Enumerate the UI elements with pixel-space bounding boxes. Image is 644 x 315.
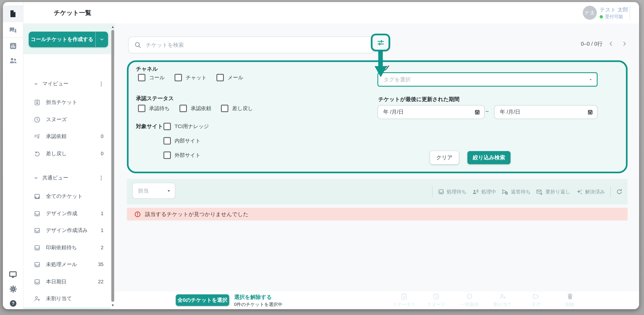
checkbox-label: チャット [186,74,207,81]
nav-settings-button[interactable] [3,281,23,297]
page-prev-icon[interactable] [608,40,614,47]
header-divider [630,5,630,20]
create-call-ticket-button[interactable]: コールチケットを作成する [29,32,108,47]
reply-loop-icon [466,293,473,300]
checkbox-chat[interactable] [174,74,182,81]
sidebar-item-design-done[interactable]: デザイン作成済み 1 [23,222,111,238]
checkbox-sent-back[interactable] [221,105,228,112]
tag-select-highlighted[interactable]: タグを選択 [378,72,598,87]
kebab-menu-icon[interactable] [98,175,104,181]
sidebar-item-snooze-shared[interactable]: スヌーズ [23,308,111,309]
status-filter-row: 処理待ち 処理中 返答待ち 要折り返し 解決済み [432,179,623,204]
checkbox-mail[interactable] [216,74,224,81]
sidebar-item-design-create[interactable]: デザイン作成 1 [23,205,111,222]
nav-tickets-button[interactable] [3,5,23,22]
caret-down-icon [588,78,593,82]
status-waiting-button[interactable]: 処理待ち [438,188,466,195]
chevron-down-icon [99,37,104,42]
person-plus-icon [499,293,506,300]
sidebar-item-sent-back[interactable]: 差し戻し 0 [23,145,111,162]
sidebar-item-count: 22 [98,279,104,284]
action-label: スヌーズ [427,301,445,308]
checkbox-approval-request[interactable] [180,105,187,112]
pagination-range: 0–0 / 0行 [570,40,602,48]
divider [432,186,432,198]
checkbox-label: 内部サイト [174,137,201,144]
sidebar-item-count: 1 [101,211,104,216]
nav-chat-button[interactable] [3,22,23,38]
sidebar: コールチケットを作成する マイビュー 担当チケット スヌーズ 承認依頼 0 [23,24,114,309]
kebab-menu-icon[interactable] [98,81,104,87]
select-all-button[interactable]: 全0のチケットを選択 [176,294,229,306]
caret-down-icon [166,188,171,193]
status-callback-button[interactable]: 要折り返し [536,188,570,195]
nav-reports-button[interactable] [3,38,23,54]
sidebar-item-approval-request[interactable]: 承認依頼 0 [23,128,111,144]
filter-toggle-button-highlighted[interactable] [371,34,390,51]
sidebar-item-due-today[interactable]: 本日期日 22 [23,274,111,290]
clock-icon [34,116,41,123]
section-shared-view[interactable]: 共通ビュー [23,174,111,182]
filter-panel: チャネル コール チャット メール 承認ステータス 承認待ち 承認依頼 差し戻し… [127,60,628,173]
filter-search-button[interactable]: 絞り込み検索 [468,151,510,164]
status-awaiting-reply-button[interactable]: 返答待ち [502,188,531,195]
ticket-search-input[interactable]: チケットを検索 [128,36,374,54]
chevron-down-icon [34,176,38,180]
status-in-progress-button[interactable]: 処理中 [472,188,496,195]
status-resolved-button[interactable]: 解決済み [576,188,605,195]
checklist-icon [34,133,41,140]
checkbox-call[interactable] [138,74,146,81]
checkbox-label: コール [149,74,165,81]
target-site-label: 対象サイト [136,123,163,130]
nav-monitor-button[interactable] [3,266,23,282]
scroll-down-arrow[interactable]: ▼ [111,304,114,308]
create-ticket-dropdown[interactable] [96,32,108,47]
scrollbar-thumb[interactable] [111,30,114,302]
page-next-icon[interactable] [622,40,628,47]
sidebar-item-unprocessed-mail[interactable]: 未処理メール 35 [23,256,111,272]
chevron-down-icon [34,82,38,86]
date-placeholder: 年 /月/日 [500,108,587,116]
period-label: チケットが最後に更新された期間 [378,96,460,103]
clear-button[interactable]: クリア [430,151,459,164]
site-option-2: 内部サイト [164,137,201,144]
section-my-view[interactable]: マイビュー [23,80,111,88]
user-name[interactable]: テスト 太郎 [600,6,628,14]
scroll-up-arrow[interactable]: ▲ [111,25,114,29]
deselect-link[interactable]: 選択を解除する [234,294,272,301]
checkbox-label: 承認依頼 [191,105,211,112]
checkbox-label: メール [228,74,243,81]
sidebar-item-label: 未割り当て [46,295,72,302]
inbox-icon [34,278,41,285]
status-label: 処理中 [481,188,496,195]
sidebar-item-all-tickets[interactable]: 全てのチケット [23,188,111,204]
nav-help-button[interactable] [3,295,23,309]
section-title: マイビュー [42,80,68,87]
section-title: 共通ビュー [42,174,68,181]
id-badge-icon [34,99,41,106]
sidebar-item-assigned-tickets[interactable]: 担当チケット [23,94,111,110]
sidebar-item-count: 35 [98,262,104,267]
action-label: 割り当て [494,301,512,308]
sparkles-icon [576,188,583,195]
clipboard-edit-icon [400,293,408,300]
checkbox-tci-knowledge[interactable] [164,123,171,130]
sidebar-item-print-waiting[interactable]: 印刷依頼待ち 2 [23,239,111,256]
nav-rail [3,2,24,309]
assignee-select[interactable]: 担当 [132,183,176,199]
action-label: 削除 [566,301,574,308]
avatar[interactable]: テ太 [583,6,597,20]
sidebar-item-snooze[interactable]: スヌーズ [23,111,111,128]
checkbox-internal-site[interactable] [164,137,171,144]
header: チケット一覧 テ太 テスト 太郎 受付可能 [23,2,639,23]
sidebar-scrollbar[interactable]: ▲ ▼ [111,24,114,309]
sidebar-item-unassigned[interactable]: 未割り当て [23,290,111,307]
search-icon [134,42,141,48]
checkbox-external-site[interactable] [164,152,171,159]
refresh-button[interactable] [616,188,623,195]
checkbox-approval-waiting[interactable] [138,105,146,112]
refresh-icon [616,188,623,195]
nav-customers-button[interactable] [3,52,23,69]
date-from-input[interactable]: 年 /月/日 [378,105,485,119]
date-to-input[interactable]: 年 /月/日 [494,105,598,119]
